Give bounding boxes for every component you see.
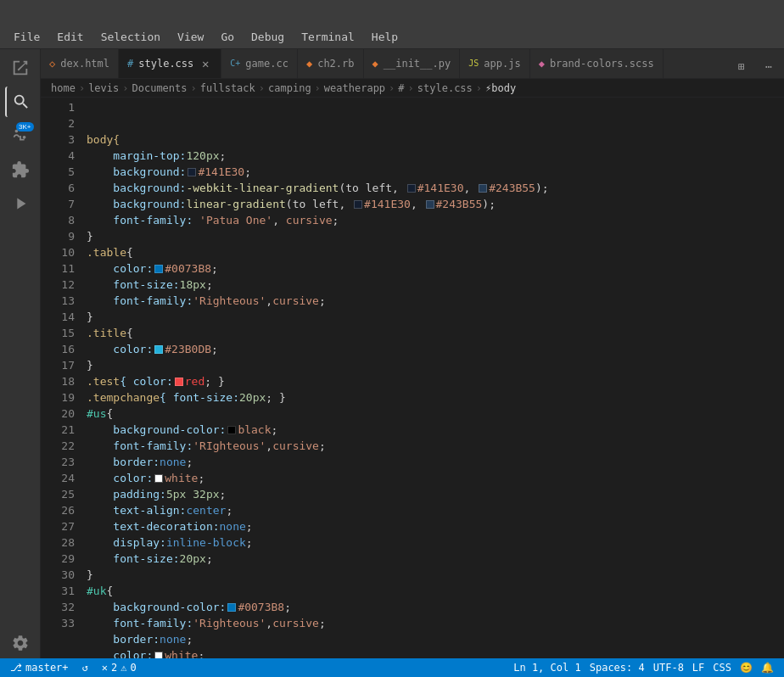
code-line-19: background-color:black; xyxy=(83,422,784,438)
breadcrumb-style-css[interactable]: style.css xyxy=(417,82,473,94)
token-c-property: color: xyxy=(87,647,153,658)
line-number-18: 18 xyxy=(41,373,75,389)
menu-item-debug[interactable]: Debug xyxy=(244,29,291,45)
token-c-property: border: xyxy=(87,631,160,647)
split-editor-button[interactable]: ⊞ xyxy=(730,54,753,78)
code-line-15: } xyxy=(83,357,784,373)
token-c-punct: ; xyxy=(272,422,278,438)
color-swatch xyxy=(227,426,236,434)
line-number-9: 9 xyxy=(41,228,75,244)
breadcrumb-hash[interactable]: # xyxy=(398,82,404,94)
line-number-23: 23 xyxy=(41,454,75,470)
token-c-selector: body{ xyxy=(87,131,120,148)
token-c-brace: { xyxy=(106,583,113,599)
token-c-selector: .test xyxy=(87,373,120,389)
token-c-punct: ; xyxy=(319,438,326,454)
status-notifications[interactable]: 🔔 xyxy=(758,658,777,677)
status-branch[interactable]: ⎇ master+ xyxy=(7,658,72,677)
title-bar xyxy=(0,0,784,25)
tab-icon-init-py: ◆ xyxy=(372,58,378,70)
main-layout: 3K+ ◇ dex.html # style.css ✕ C+ xyxy=(0,49,784,658)
breadcrumb-home[interactable]: home xyxy=(51,82,76,94)
token-c-brace: } xyxy=(87,228,93,244)
breadcrumb-weatherapp[interactable]: weatherapp xyxy=(324,82,385,94)
breadcrumb-fullstack[interactable]: fullstack xyxy=(200,82,255,94)
tab-icon-style-css: # xyxy=(127,58,133,70)
token-c-value: #23B0DB xyxy=(165,341,211,357)
tab-game-cc[interactable]: C+ game.cc xyxy=(221,49,298,78)
status-line-col[interactable]: Ln 1, Col 1 xyxy=(510,658,584,677)
token-c-property: color: xyxy=(87,341,153,357)
status-sync[interactable]: ↺ xyxy=(79,658,92,677)
line-number-15: 15 xyxy=(41,325,75,341)
line-number-29: 29 xyxy=(41,551,75,567)
activity-search[interactable] xyxy=(5,87,36,117)
status-language[interactable]: CSS xyxy=(709,658,735,677)
token-c-punct: ; } xyxy=(266,389,285,406)
menu-item-help[interactable]: Help xyxy=(365,29,405,45)
tab-icon-dex-html: ◇ xyxy=(49,58,55,70)
tab-style-css[interactable]: # style.css ✕ xyxy=(119,49,221,78)
code-line-3: background:#141E30; xyxy=(83,164,784,180)
activity-run[interactable] xyxy=(5,188,36,219)
tab-ch2-rb[interactable]: ◆ ch2.rb xyxy=(298,49,364,78)
line-number-10: 10 xyxy=(41,244,75,260)
token-c-punct: ; xyxy=(198,470,204,486)
menu-item-file[interactable]: File xyxy=(7,29,47,45)
token-c-property: font-family: xyxy=(87,438,193,454)
activity-source-control[interactable]: 3K+ xyxy=(5,120,36,151)
tab-dex-html[interactable]: ◇ dex.html xyxy=(41,49,119,78)
token-c-value: #243B55 xyxy=(489,180,535,196)
token-c-property: background-color: xyxy=(87,422,226,438)
token-c-punct: , xyxy=(411,196,424,212)
tab-label-app-js: app.js xyxy=(484,58,520,70)
tab-bar: ◇ dex.html # style.css ✕ C+ game.cc ◆ ch… xyxy=(41,49,784,79)
activity-extensions[interactable] xyxy=(5,154,36,185)
error-count: 2 xyxy=(111,662,117,674)
warning-icon: ⚠ xyxy=(120,662,126,674)
code-line-32: border:none; xyxy=(83,631,784,647)
breadcrumb-body[interactable]: ⚡body xyxy=(485,82,516,94)
status-bar: ⎇ master+ ↺ ✕ 2 ⚠ 0 Ln 1, Col 1 Spaces: … xyxy=(0,658,784,677)
code-line-8: .table{ xyxy=(83,244,784,260)
code-line-18: #us{ xyxy=(83,406,784,422)
token-c-punct: ; xyxy=(186,454,193,470)
tab-app-js[interactable]: JS app.js xyxy=(460,49,529,78)
activity-explorer[interactable] xyxy=(5,53,36,83)
menu-item-terminal[interactable]: Terminal xyxy=(294,29,361,45)
breadcrumb-documents[interactable]: Documents xyxy=(132,82,188,94)
token-c-property: background: xyxy=(87,196,186,212)
token-c-value: white xyxy=(165,647,198,658)
token-c-property: background: xyxy=(87,180,186,196)
status-errors[interactable]: ✕ 2 ⚠ 0 xyxy=(98,658,140,677)
tab-brand-colors-scss[interactable]: ◆ brand-colors.scss xyxy=(530,49,664,78)
tab-icon-brand-colors-scss: ◆ xyxy=(539,58,545,70)
token-c-brace: { xyxy=(106,406,113,422)
activity-settings[interactable] xyxy=(5,628,36,658)
line-number-25: 25 xyxy=(41,486,75,502)
menu-item-go[interactable]: Go xyxy=(214,29,241,45)
token-c-string: 'Righteous' xyxy=(193,615,266,631)
menu-item-view[interactable]: View xyxy=(171,29,210,45)
breadcrumb-camping[interactable]: camping xyxy=(268,82,311,94)
breadcrumb-levis[interactable]: levis xyxy=(88,82,119,94)
token-c-value: cursive xyxy=(272,293,319,309)
code-content[interactable]: body{ margin-top:120px; background:#141E… xyxy=(83,98,784,658)
token-c-value: cursive xyxy=(272,438,319,454)
tab-init-py[interactable]: ◆ __init__.py xyxy=(364,49,461,78)
token-c-number: 20px xyxy=(239,389,266,406)
code-line-7: } xyxy=(83,228,784,244)
status-right: Ln 1, Col 1 Spaces: 4 UTF-8 LF CSS 😊 🔔 xyxy=(510,658,777,677)
code-editor[interactable]: 1234567891011121314151617181920212223242… xyxy=(41,98,784,658)
status-eol[interactable]: LF xyxy=(689,658,708,677)
menu-item-edit[interactable]: Edit xyxy=(50,29,90,45)
more-actions-button[interactable]: ⋯ xyxy=(757,54,781,78)
status-encoding[interactable]: UTF-8 xyxy=(650,658,687,677)
token-c-property: background-color: xyxy=(87,599,226,615)
tab-close-style-css[interactable]: ✕ xyxy=(199,57,212,70)
status-spaces[interactable]: Spaces: 4 xyxy=(586,658,648,677)
status-emoji[interactable]: 😊 xyxy=(736,658,756,677)
line-number-11: 11 xyxy=(41,260,75,277)
menu-item-selection[interactable]: Selection xyxy=(94,29,167,45)
color-swatch xyxy=(188,168,196,176)
